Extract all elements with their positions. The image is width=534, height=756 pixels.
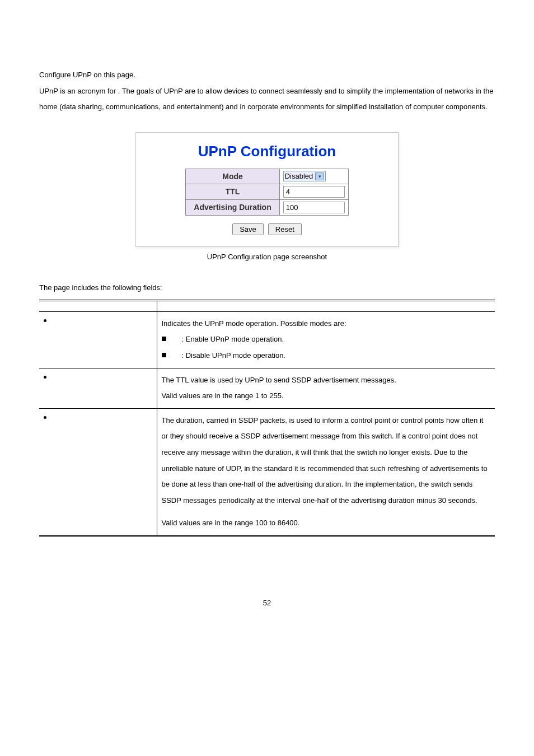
bullet-icon xyxy=(44,416,46,419)
object-adv-duration xyxy=(39,408,157,536)
mode-select[interactable]: Disabled ▾ xyxy=(283,171,326,181)
desc-adv-duration: The duration, carried in SSDP packets, i… xyxy=(157,408,495,536)
reset-button[interactable]: Reset xyxy=(268,223,302,235)
adv-duration-input[interactable] xyxy=(283,202,345,213)
mode-label: Mode xyxy=(186,169,279,184)
desc-ttl: The TTL value is used by UPnP to send SS… xyxy=(157,368,495,408)
intro-line1: Configure UPnP on this page. xyxy=(39,67,495,83)
mode-select-value: Disabled xyxy=(285,172,313,180)
object-ttl xyxy=(39,368,157,408)
ttl-input[interactable] xyxy=(283,186,345,198)
table-row: The TTL value is used by UPnP to send SS… xyxy=(39,368,495,408)
square-bullet-icon xyxy=(162,353,166,357)
square-bullet-icon xyxy=(162,337,166,341)
ttl-label: TTL xyxy=(186,184,279,199)
chevron-down-icon: ▾ xyxy=(315,172,324,180)
bullet-icon xyxy=(44,376,46,379)
upnp-config-panel: UPnP Configuration Mode Disabled ▾ TTL A… xyxy=(135,132,399,247)
table-row: Indicates the UPnP mode operation. Possi… xyxy=(39,311,495,368)
config-table: Mode Disabled ▾ TTL Advertising Duration xyxy=(185,169,348,216)
header-object xyxy=(39,300,157,311)
intro-line2: UPnP is an acronym for . The goals of UP… xyxy=(39,83,495,115)
bullet-icon xyxy=(44,319,46,322)
config-title: UPnP Configuration xyxy=(158,143,376,160)
page-number: 52 xyxy=(39,599,495,607)
save-button[interactable]: Save xyxy=(232,223,264,235)
table-row: The duration, carried in SSDP packets, i… xyxy=(39,408,495,536)
header-description xyxy=(157,300,495,311)
fields-intro: The page includes the following fields: xyxy=(39,283,495,292)
adv-duration-label: Advertising Duration xyxy=(186,199,279,215)
desc-mode: Indicates the UPnP mode operation. Possi… xyxy=(157,311,495,368)
config-caption: UPnP Configuration page screenshot xyxy=(39,253,495,261)
intro-text: Configure UPnP on this page. UPnP is an … xyxy=(39,67,495,115)
fields-table: Indicates the UPnP mode operation. Possi… xyxy=(39,300,495,537)
object-mode xyxy=(39,311,157,368)
